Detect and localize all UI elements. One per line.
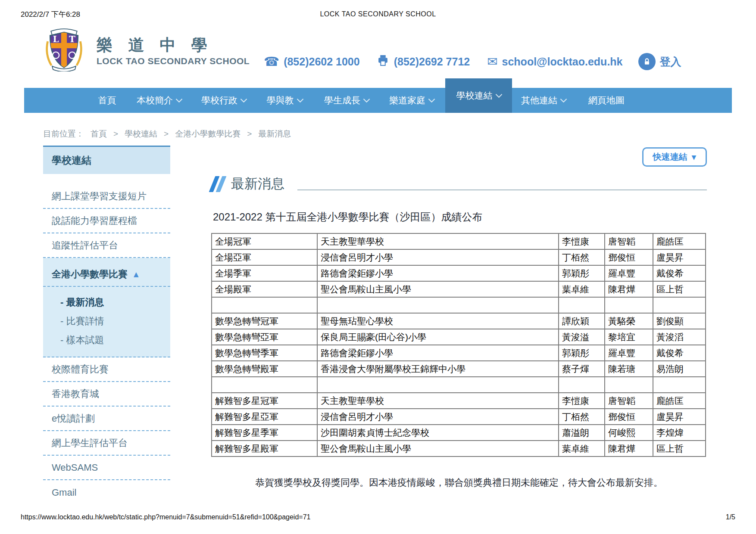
sidebar-title: 學校連結 [43,146,170,174]
table-cell: 陳若瑭 [605,361,653,377]
nav-item-4[interactable]: 學與教 [256,88,312,113]
breadcrumb-item[interactable]: 首頁 [91,128,107,140]
table-cell: 何峻熙 [605,425,653,441]
results-table-body: 全場冠軍天主教聖華學校李愷康唐智韜龐皓匡全場亞軍浸信會呂明才小學丁栢然鄧俊恒盧昊… [212,233,706,456]
login-button[interactable]: 登入 [638,53,681,70]
table-cell: 黎培宜 [605,329,653,345]
results-table: 全場冠軍天主教聖華學校李愷康唐智韜龐皓匡全場亞軍浸信會呂明才小學丁栢然鄧俊恒盧昊… [211,233,706,457]
table-cell [605,297,653,313]
sidebar-children: - 最新消息- 比賽詳情- 樣本試題 [43,287,170,357]
quick-links-label: 快速連結 [653,151,687,163]
breadcrumb-prefix: 目前位置： [43,128,84,140]
table-cell: 數學急轉彎冠軍 [212,313,317,329]
table-row: 解難智多星冠軍天主教聖華學校李愷康唐智韜龐皓匡 [212,393,706,409]
chevron-down-icon [495,91,502,98]
login-label: 登入 [660,55,681,69]
nav-item-label: 其他連結 [521,94,557,106]
nav-item-8[interactable]: 其他連結 [513,88,574,113]
email-group[interactable]: ✉ school@locktao.edu.hk [487,56,622,68]
table-cell: 聖母無玷聖心學校 [317,313,559,329]
nav-item-label: 學校行政 [201,94,237,106]
table-cell: 李愷康 [559,393,605,409]
phone-number: (852)2602 1000 [284,56,360,68]
sidebar-item-8[interactable]: 網上學生評估平台 [43,431,170,456]
table-cell [653,297,706,313]
fax-printer-icon [377,55,389,68]
nav-item-label: 網頁地圖 [588,94,625,106]
chevron-down-icon [560,96,567,103]
table-cell: 李煌煒 [653,425,706,441]
fax-group: (852)2692 7712 [377,55,470,68]
nav-item-2[interactable]: 本校簡介 [129,88,189,113]
sidebar-item-7[interactable]: e悅讀計劃 [43,407,170,431]
sidebar-subitem-1[interactable]: - 最新消息 [43,293,170,312]
table-cell: 全場亞軍 [212,249,317,265]
table-cell [212,297,317,313]
school-name-en: LOCK TAO SECONDARY SCHOOL [97,56,250,66]
nav-item-1[interactable]: 首頁 [80,88,134,113]
table-cell: 解難智多星亞軍 [212,409,317,425]
table-cell: 羅卓豐 [605,265,653,281]
nav-item-label: 學校連結 [456,90,493,102]
email-address[interactable]: school@locktao.edu.hk [502,56,623,68]
nav-item-5[interactable]: 學生成長 [316,88,377,113]
table-cell: 黃浚溢 [559,329,605,345]
table-cell: 解難智多星季軍 [212,425,317,441]
table-cell: 葉卓維 [559,281,605,297]
sidebar-item-5[interactable]: 校際體育比賽 [43,357,170,382]
table-cell [317,377,559,393]
table-row: 全場季軍路德會梁鉅鏐小學郭穎彤羅卓豐戴俊希 [212,265,706,281]
sidebar-item-label: 全港小學數學比賽 [52,268,128,281]
breadcrumb-separator: > [113,129,118,139]
table-row: 解難智多星殿軍聖公會馬鞍山主風小學葉卓維陳君燁區上哲 [212,441,706,456]
table-row: 數學急轉彎季軍路德會梁鉅鏐小學郭穎彤羅卓豐戴俊希 [212,345,706,361]
nav-item-3[interactable]: 學校行政 [194,88,254,113]
table-cell [605,377,653,393]
nav-item-6[interactable]: 樂道家庭 [381,88,442,113]
sidebar-subitem-3[interactable]: - 樣本試題 [43,331,170,350]
table-cell: 蔡子煇 [559,361,605,377]
nav-item-7[interactable]: 學校連結 [445,78,512,113]
table-cell: 全場季軍 [212,265,317,281]
school-crest-icon: L T [43,26,85,71]
table-cell: 天主教聖華學校 [317,233,559,249]
table-cell: 數學急轉彎季軍 [212,345,317,361]
breadcrumb-item[interactable]: 最新消息 [258,128,291,140]
breadcrumb-item[interactable]: 學校連結 [125,128,157,140]
sidebar-item-10[interactable]: Gmail [43,480,170,505]
table-cell: 數學急轉彎亞軍 [212,329,317,345]
table-cell [212,377,317,393]
sidebar-item-6[interactable]: 香港教育城 [43,382,170,407]
page-title-row: 最新消息 [212,175,707,193]
table-cell: 區上哲 [653,281,706,297]
table-cell: 易浩朗 [653,361,706,377]
table-cell: 區上哲 [653,441,706,456]
table-cell: 郭穎彤 [559,265,605,281]
school-logo: L T [43,26,85,71]
sidebar-subitem-2[interactable]: - 比賽詳情 [43,312,170,331]
table-row: 解難智多星亞軍浸信會呂明才小學丁栢然鄧俊恒盧昊昇 [212,409,706,425]
table-cell: 保良局王賜豪(田心谷)小學 [317,329,559,345]
sidebar-item-2[interactable]: 說話能力學習歷程檔 [43,209,170,233]
triangle-up-icon: ▲ [134,270,139,278]
phone-group: ☎ (852)2602 1000 [264,56,360,68]
table-row: 數學急轉彎亞軍保良局王賜豪(田心谷)小學黃浚溢黎培宜黃浚滔 [212,329,706,345]
table-cell: 丁栢然 [559,249,605,265]
nav-item-9[interactable]: 網頁地圖 [576,88,637,113]
table-cell [559,297,605,313]
table-row: 解難智多星季軍沙田圍胡素貞博士紀念學校蕭溢朗何峻熙李煌煒 [212,425,706,441]
sidebar-item-1[interactable]: 網上課堂學習支援短片 [43,184,170,209]
chevron-down-icon [297,96,303,103]
sidebar-item-9[interactable]: WebSAMS [43,456,170,480]
sidebar-item-3[interactable]: 追蹤性評估平台 [43,233,170,258]
sidebar-item-4[interactable]: 全港小學數學比賽▲ [43,258,170,287]
breadcrumb-item[interactable]: 全港小學數學比賽 [175,128,241,140]
sidebar-group-expanded: 全港小學數學比賽▲- 最新消息- 比賽詳情- 樣本試題 [43,258,170,357]
table-cell: 戴俊希 [653,345,706,361]
nav-item-label: 本校簡介 [137,94,173,106]
table-cell: 劉俊顯 [653,313,706,329]
page-title: 最新消息 [231,175,284,193]
chevron-down-icon [176,96,183,103]
table-cell: 黃浚滔 [653,329,706,345]
quick-links-button[interactable]: 快速連結 ▼ [642,147,707,167]
